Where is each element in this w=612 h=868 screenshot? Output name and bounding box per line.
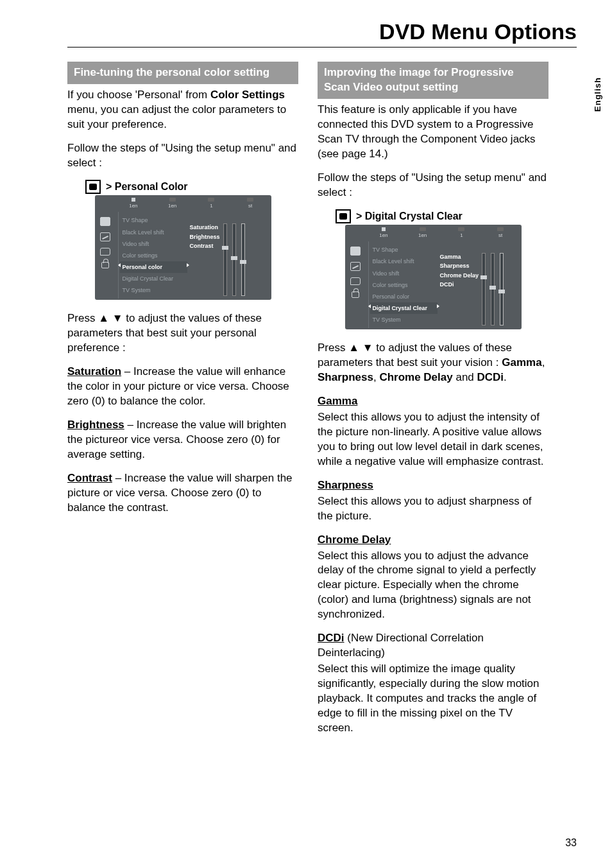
follow-steps-text: Follow the steps of "Using the setup men… <box>67 141 298 171</box>
osd-submenu: Gamma Sharpness Chrome Delay DCDi <box>440 244 519 326</box>
slider-knob-icon <box>231 256 237 260</box>
osd-sub-item: Saturation <box>190 223 220 231</box>
lock-icon <box>352 291 359 298</box>
osd-item: TV System <box>370 314 438 326</box>
osd-screenshot: 1en 1en 1 st TV Shape Blac <box>95 195 271 300</box>
text: , <box>542 356 545 369</box>
osd-sidebar <box>346 241 364 328</box>
osd-tab: 1en <box>153 196 192 211</box>
brightness-paragraph: Brightness – Increase the value will bri… <box>67 418 298 462</box>
osd-tab: 1 <box>192 196 231 211</box>
slider-knob-icon <box>222 246 228 250</box>
dcdi-label: DCDi <box>318 632 344 644</box>
gamma-label: Gamma <box>318 395 357 407</box>
slider-icon <box>232 223 236 296</box>
osd-item: TV Shape <box>120 214 187 226</box>
slider-icon <box>482 253 486 326</box>
slider-icon <box>223 223 227 296</box>
osd-tabs: 1en 1en 1 st <box>364 226 520 241</box>
menu-title-row: > Personal Color <box>85 180 298 194</box>
text: Press ▲ ▼ to adjust the values of these … <box>318 342 512 369</box>
osd-tab: st <box>481 226 520 241</box>
osd-body: TV Shape Black Level shift Video shift C… <box>96 212 270 299</box>
osd-sub-labels: Saturation Brightness Contrast <box>190 223 220 296</box>
section-header-personal-color: Fine-tuning the personal color setting <box>67 62 298 84</box>
slider-knob-icon <box>480 275 487 279</box>
dcdi-paragraph: DCDi (New Directional Correlation Deinte… <box>318 631 548 661</box>
language-tab: English <box>593 77 602 112</box>
osd-list: TV Shape Black Level shift Video shift C… <box>120 214 187 296</box>
dcdi-label: DCDi <box>477 371 504 383</box>
text: menu, you can adjust the color parameter… <box>67 103 286 130</box>
sharpness-label: Sharpness <box>318 371 373 383</box>
osd-list: TV Shape Black Level shift Video shift C… <box>370 244 438 326</box>
osd-sidebar <box>96 212 114 299</box>
lock-icon <box>101 262 109 268</box>
osd-sub-labels: Gamma Sharpness Chrome Delay DCDi <box>440 253 479 326</box>
brightness-label: Brightness <box>67 419 124 431</box>
follow-steps-text: Follow the steps of "Using the setup men… <box>318 171 548 200</box>
osd-sub-item: Gamma <box>440 253 479 261</box>
gamma-text: Select this allows you to adjust the int… <box>318 410 548 469</box>
color-settings-label: Color Settings <box>210 89 285 101</box>
content-columns: Fine-tuning the personal color setting I… <box>67 62 577 745</box>
chrome-delay-label: Chrome Delay <box>379 371 452 383</box>
language-icon <box>100 248 110 256</box>
osd-sub-item: Brightness <box>190 233 220 241</box>
slider-icon <box>241 223 245 296</box>
text: and <box>453 371 477 383</box>
display-icon <box>336 209 351 223</box>
dcdi-text: Select this will optimize the image qual… <box>318 662 548 736</box>
adjust-instructions: Press ▲ ▼ to adjust the values of these … <box>67 311 298 356</box>
osd-tab: 1en <box>364 226 404 241</box>
audio-icon <box>350 262 361 271</box>
gamma-label: Gamma <box>502 356 541 369</box>
page-number: 33 <box>565 837 577 849</box>
chrome-delay-text: Select this allows you to adjust the adv… <box>318 549 548 623</box>
osd-tab: 1en <box>114 196 153 211</box>
left-column: Fine-tuning the personal color setting I… <box>67 62 298 745</box>
osd-item: TV Shape <box>370 244 438 256</box>
display-icon <box>85 180 101 194</box>
menu-title-row: > Digital Crystal Clear <box>336 209 548 223</box>
osd-item: Black Level shift <box>120 227 187 238</box>
osd-item: TV System <box>120 284 187 296</box>
osd-sub-item: DCDi <box>440 281 479 288</box>
slider-knob-icon <box>240 260 246 264</box>
menu-title: > Personal Color <box>106 180 188 194</box>
text: , <box>373 371 379 383</box>
audio-icon <box>100 232 110 241</box>
right-column: Improving the image for Progressive Scan… <box>318 62 548 745</box>
slider-knob-icon <box>489 286 496 290</box>
osd-screenshot: 1en 1en 1 st TV Shape Blac <box>345 225 522 330</box>
osd-item: Color settings <box>120 250 187 261</box>
personal-color-menu-block: > Personal Color 1en 1en 1 st <box>67 180 298 300</box>
chrome-delay-label: Chrome Delay <box>318 534 391 546</box>
chrome-delay-heading: Chrome Delay <box>318 533 548 548</box>
slider-knob-icon <box>498 290 505 293</box>
language-icon <box>350 277 361 285</box>
intro-paragraph: This feature is only applicable if you h… <box>318 103 548 162</box>
divider <box>67 47 577 48</box>
osd-body: TV Shape Black Level shift Video shift C… <box>346 241 520 328</box>
contrast-paragraph: Contrast – Increase the value will sharp… <box>67 471 298 516</box>
display-icon <box>350 247 361 256</box>
sharpness-text: Select this allows you to adjust sharpne… <box>318 494 548 524</box>
slider-icon <box>491 253 495 326</box>
saturation-paragraph: Saturation – Increase the value will enh… <box>67 365 298 409</box>
text: . <box>504 371 507 383</box>
text: If you choose 'Personal' from <box>67 89 210 101</box>
gamma-heading: Gamma <box>318 394 548 409</box>
contrast-label: Contrast <box>67 472 112 484</box>
dcc-menu-block: > Digital Crystal Clear 1en 1en 1 st <box>318 209 548 330</box>
osd-submenu: Saturation Brightness Contrast <box>190 214 269 296</box>
osd-item-active: Personal color <box>120 261 187 273</box>
osd-tab: 1 <box>442 226 481 241</box>
slider-icon <box>500 253 504 326</box>
osd-tabs: 1en 1en 1 st <box>114 196 270 211</box>
osd-item: Digital Crystal Clear <box>120 273 187 284</box>
osd-tab: st <box>231 196 270 211</box>
section-header-progressive-scan: Improving the image for Progressive Scan… <box>318 62 548 99</box>
sharpness-heading: Sharpness <box>318 478 548 493</box>
osd-menu: TV Shape Black Level shift Video shift C… <box>118 212 270 299</box>
